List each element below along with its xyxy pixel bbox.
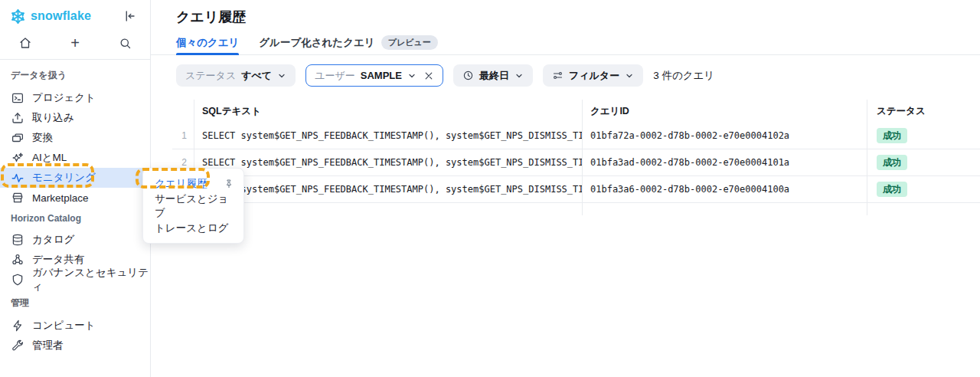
- tab-individual-queries[interactable]: 個々のクエリ: [176, 35, 239, 54]
- sidebar-item-label: カタログ: [32, 233, 74, 247]
- sidebar-item-marketplace[interactable]: Marketplace: [0, 188, 150, 208]
- sidebar-item-label: Marketplace: [32, 192, 89, 204]
- chip-value: フィルター: [569, 69, 619, 83]
- sidebar-item-label: コンピュート: [32, 319, 96, 333]
- sidebar: snowflake +: [0, 0, 151, 377]
- sidebar-item-monitoring[interactable]: モニタリング: [0, 168, 150, 188]
- home-icon: [18, 36, 32, 50]
- search-icon: [119, 37, 132, 50]
- projects-icon: [11, 91, 24, 105]
- chip-value: SAMPLE: [361, 70, 402, 81]
- tab-grouped-queries[interactable]: グループ化されたクエリ プレビュー: [259, 35, 437, 54]
- flyout-item-label: サービスとジョブ: [155, 192, 234, 220]
- status-badge: 成功: [877, 128, 907, 143]
- active-tab-underline: [176, 53, 239, 55]
- app-window: snowflake +: [0, 0, 980, 377]
- sidebar-item-label: AIとML: [32, 151, 67, 165]
- page-title: クエリ履歴: [176, 8, 246, 26]
- table-row[interactable]: 1 SELECT system$GET_NPS_FEEDBACK_TIMESTA…: [172, 123, 980, 149]
- filter-bar: ステータス すべて ユーザー SAMPLE 最終日 フィルター 3 件のクエリ: [176, 64, 714, 87]
- chip-label: ステータス: [185, 69, 236, 83]
- more-filters-chip[interactable]: フィルター: [543, 64, 643, 87]
- clear-user-filter-icon[interactable]: [423, 70, 434, 81]
- date-filter-chip[interactable]: 最終日: [453, 64, 533, 87]
- sidebar-divider: [0, 59, 150, 60]
- column-header-query-id[interactable]: クエリID: [582, 100, 867, 123]
- logo-wordmark: snowflake: [31, 9, 91, 23]
- status-cell: 成功: [867, 123, 980, 149]
- lightning-icon: [11, 319, 24, 333]
- sidebar-item-ai-ml[interactable]: AIとML: [0, 148, 150, 168]
- create-new-button[interactable]: +: [65, 33, 85, 53]
- query-id-cell: 01bfa72a-0002-d78b-0002-e70e0004102a: [582, 123, 867, 149]
- chevron-down-icon: [514, 71, 524, 80]
- status-filter-chip[interactable]: ステータス すべて: [176, 64, 296, 87]
- catalog-icon: [11, 233, 24, 247]
- sql-text-cell: SELECT system$GET_NPS_FEEDBACK_TIMESTAMP…: [194, 176, 582, 202]
- status-badge: 成功: [877, 182, 907, 196]
- sidebar-section-admin: 管理 コンピュート 管理者: [0, 297, 150, 356]
- column-header-sql[interactable]: SQLテキスト: [194, 100, 582, 123]
- table-empty-tail: [172, 203, 980, 215]
- sidebar-item-label: プロジェクト: [32, 91, 96, 105]
- sidebar-item-transformation[interactable]: 変換: [0, 128, 150, 148]
- flyout-item-label: クエリ履歴: [155, 177, 207, 191]
- sql-text-cell: SELECT system$GET_NPS_FEEDBACK_TIMESTAMP…: [194, 123, 582, 149]
- sidebar-item-projects[interactable]: プロジェクト: [0, 88, 150, 108]
- section-label: 管理: [0, 297, 150, 310]
- status-badge: 成功: [877, 155, 907, 169]
- query-history-table: SQLテキスト クエリID ステータス 1 SELECT system$GET_…: [172, 100, 980, 215]
- sidebar-item-label: ガバナンスとセキュリティ: [32, 266, 150, 293]
- tab-bar: 個々のクエリ グループ化されたクエリ プレビュー: [151, 35, 980, 55]
- transform-icon: [11, 131, 24, 145]
- chevron-down-icon: [407, 71, 416, 80]
- sidebar-item-compute[interactable]: コンピュート: [0, 316, 150, 336]
- query-id-cell: 01bfa3a6-0002-d78b-0002-e70e0004100a: [582, 176, 867, 202]
- flyout-item-label: トレースとログ: [155, 221, 228, 235]
- tab-label: 個々のクエリ: [176, 36, 239, 50]
- sidebar-item-governance-security[interactable]: ガバナンスとセキュリティ: [0, 270, 150, 290]
- table-header-row: SQLテキスト クエリID ステータス: [172, 100, 980, 123]
- sql-text-cell: SELECT system$GET_NPS_FEEDBACK_TIMESTAMP…: [194, 149, 582, 175]
- flyout-item-services-jobs[interactable]: サービスとジョブ: [143, 195, 243, 217]
- section-label: データを扱う: [0, 69, 150, 82]
- table-row[interactable]: 3 SELECT system$GET_NPS_FEEDBACK_TIMESTA…: [172, 176, 980, 203]
- flyout-item-traces-logs[interactable]: トレースとログ: [143, 217, 243, 239]
- sliders-icon: [552, 70, 564, 81]
- sidebar-item-admin[interactable]: 管理者: [0, 336, 150, 356]
- sidebar-item-label: 変換: [32, 131, 53, 145]
- sidebar-section-data: データを扱う プロジェクト 取り込み 変換: [0, 69, 150, 208]
- chip-label: ユーザー: [315, 69, 355, 83]
- main-content: クエリ履歴 個々のクエリ グループ化されたクエリ プレビュー ステータス すべて…: [151, 0, 980, 377]
- sidebar-item-label: モニタリング: [32, 171, 96, 185]
- row-number-header: [172, 100, 194, 123]
- row-number: 1: [172, 123, 194, 149]
- user-filter-chip[interactable]: ユーザー SAMPLE: [305, 64, 443, 87]
- ai-ml-icon: [11, 151, 24, 165]
- query-id-cell: 01bfa3ad-0002-d78b-0002-e70e0004101a: [582, 149, 867, 175]
- logo-row: snowflake: [9, 6, 144, 26]
- column-header-status[interactable]: ステータス: [867, 100, 980, 123]
- status-cell: 成功: [867, 176, 980, 202]
- ingest-icon: [11, 111, 24, 125]
- sidebar-item-ingestion[interactable]: 取り込み: [0, 108, 150, 128]
- sidebar-item-label: データ共有: [32, 253, 84, 267]
- clock-icon: [462, 70, 474, 81]
- section-label: Horizon Catalog: [0, 213, 150, 224]
- sidebar-section-horizon: Horizon Catalog カタログ データ共有 ガバナンスとセキュリティ: [0, 213, 150, 290]
- status-cell: 成功: [867, 149, 980, 175]
- sidebar-item-label: 管理者: [32, 339, 64, 352]
- sidebar-collapse-button[interactable]: [121, 8, 138, 25]
- table-row[interactable]: 2 SELECT system$GET_NPS_FEEDBACK_TIMESTA…: [172, 149, 980, 176]
- search-button[interactable]: [115, 33, 135, 53]
- sidebar-quick-actions: +: [0, 32, 150, 54]
- pin-icon[interactable]: [224, 179, 234, 189]
- snowflake-logo-icon: [9, 8, 27, 25]
- sidebar-item-label: 取り込み: [32, 111, 74, 125]
- sidebar-item-catalog[interactable]: カタログ: [0, 230, 150, 250]
- home-button[interactable]: [15, 33, 35, 53]
- plus-icon: +: [70, 35, 80, 51]
- chevron-down-icon: [277, 71, 286, 80]
- monitoring-icon: [11, 171, 24, 185]
- marketplace-icon: [11, 191, 24, 205]
